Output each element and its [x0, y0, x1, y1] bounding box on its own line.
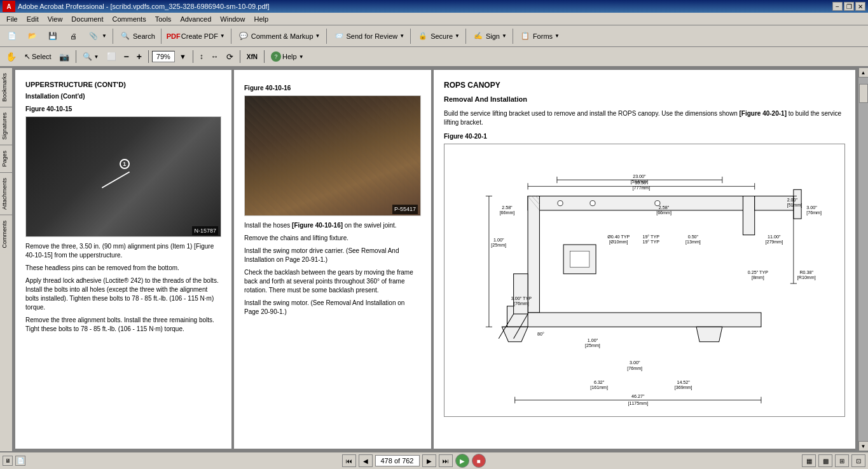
- section-title-left: UPPERSTRUCTURE (CONT'D): [25, 80, 221, 90]
- search-label: Search: [133, 32, 155, 40]
- separator7: [513, 29, 513, 44]
- zoom-out-icon: −: [124, 51, 129, 62]
- title-controls[interactable]: − ❐ ✕: [832, 2, 865, 11]
- view-grid2-button[interactable]: ▩: [818, 454, 832, 467]
- annotation-1: 1: [120, 159, 130, 169]
- svg-rect-1: [528, 196, 539, 313]
- app-title: Adobe Acrobat Professional - [scribd.vpd…: [18, 3, 270, 10]
- prev-page-button[interactable]: ◀: [359, 454, 373, 467]
- zoom-input[interactable]: [152, 51, 175, 62]
- menu-view[interactable]: View: [44, 14, 67, 24]
- view-grid4-button[interactable]: ⊡: [851, 454, 865, 467]
- sign-dropdown-icon: ▼: [502, 33, 507, 39]
- menu-help[interactable]: Help: [250, 14, 272, 24]
- para-m3: Install the swing motor drive carrier. (…: [244, 247, 421, 264]
- scroll-down-button[interactable]: ▼: [858, 441, 869, 451]
- menu-tools[interactable]: Tools: [151, 14, 176, 24]
- create-pdf-button[interactable]: PDF Create PDF ▼: [164, 28, 228, 44]
- svg-point-11: [590, 201, 595, 206]
- hand-tool-button[interactable]: ✋: [3, 48, 20, 65]
- next-page-button[interactable]: ▶: [422, 454, 436, 467]
- menu-comments[interactable]: Comments: [109, 14, 150, 24]
- para-4: Remove the three alignment bolts. Instal…: [25, 316, 221, 334]
- print-button[interactable]: 🖨: [64, 28, 83, 44]
- fig2-image: P-55417: [244, 95, 421, 216]
- svg-text:[161mm]: [161mm]: [590, 385, 608, 390]
- scroll-up-button[interactable]: ▲: [858, 67, 869, 78]
- save-button[interactable]: 💾: [43, 28, 62, 44]
- para-m4: Check the backlash between the gears by …: [244, 268, 421, 295]
- comments-tab[interactable]: Comments: [0, 215, 12, 254]
- new-button[interactable]: 📄: [3, 28, 22, 44]
- page-right: ROPS CANOPY Removal And Installation Bui…: [434, 70, 855, 449]
- svg-text:1.00": 1.00": [493, 238, 504, 243]
- first-page-button[interactable]: ⏮: [342, 454, 356, 467]
- paging-icon[interactable]: 📄: [15, 456, 25, 466]
- menu-file[interactable]: File: [3, 14, 22, 24]
- svg-text:0.25" TYP: 0.25" TYP: [748, 270, 768, 275]
- right-scrollbar[interactable]: ▲ ▼: [858, 67, 868, 451]
- fig3-diagram: .dim-line { stroke: #000; stroke-width: …: [444, 144, 845, 417]
- tb2-sep4: [240, 50, 240, 63]
- view-grid3-button[interactable]: ⊞: [835, 454, 849, 467]
- email-button[interactable]: 📎 ▼: [84, 28, 110, 44]
- pages-tab[interactable]: Pages: [0, 145, 12, 172]
- zoom-out-button[interactable]: −: [121, 48, 132, 65]
- open-button[interactable]: 📂: [23, 28, 42, 44]
- svg-marker-9: [696, 327, 722, 342]
- zoom-fit-button[interactable]: 🔍 ▼: [79, 48, 102, 65]
- zoom-in-button[interactable]: +: [134, 48, 145, 65]
- rotate-button[interactable]: ⟳: [223, 48, 237, 65]
- fit-width-icon: ↔: [211, 52, 219, 61]
- main-area: Bookmarks Signatures Pages Attachments C…: [0, 67, 868, 451]
- view-grid1-button[interactable]: ▦: [802, 454, 816, 467]
- title-left: A Adobe Acrobat Professional - [scribd.v…: [3, 1, 270, 12]
- zoom-dropdown-button[interactable]: ▼: [176, 48, 189, 65]
- select-tool-button[interactable]: ↖ Select: [21, 48, 55, 65]
- scroll-thumb[interactable]: [859, 84, 868, 103]
- bookmarks-tab[interactable]: Bookmarks: [0, 67, 12, 107]
- svg-text:46.27": 46.27": [631, 395, 645, 400]
- search-button[interactable]: 🔍 Search: [116, 28, 158, 44]
- help-dropdown-icon: ▼: [299, 54, 304, 60]
- svg-text:[369mm]: [369mm]: [675, 385, 692, 390]
- secure-button[interactable]: 🔒 Secure ▼: [413, 28, 463, 44]
- fig2-label: Figure 40-10-16: [244, 84, 421, 93]
- svg-text:19° TYP: 19° TYP: [642, 240, 659, 245]
- svg-text:[R10mm]: [R10mm]: [797, 275, 816, 280]
- send-review-dropdown-icon: ▼: [399, 33, 404, 39]
- zoom-marquee-button[interactable]: ⬜: [104, 48, 120, 65]
- menu-advanced[interactable]: Advanced: [176, 14, 215, 24]
- forms-label: Forms: [533, 32, 553, 40]
- menu-edit[interactable]: Edit: [23, 14, 43, 24]
- subsection-title-left: Installation (Cont'd): [25, 92, 221, 101]
- last-page-button[interactable]: ⏭: [439, 454, 453, 467]
- attachments-tab[interactable]: Attachments: [0, 172, 12, 215]
- save-icon: 💾: [46, 30, 59, 43]
- section-title-right: ROPS CANOPY: [444, 80, 845, 91]
- restore-button[interactable]: ❐: [844, 2, 854, 11]
- stop-button[interactable]: ■: [472, 454, 486, 468]
- signatures-tab[interactable]: Signatures: [0, 107, 12, 145]
- send-review-button[interactable]: 📨 Send for Review ▼: [329, 28, 408, 44]
- close-button[interactable]: ✕: [855, 2, 865, 11]
- play-button[interactable]: ▶: [455, 454, 469, 468]
- help-button[interactable]: ? Help ▼: [268, 48, 307, 65]
- menu-window[interactable]: Window: [216, 14, 249, 24]
- separator2: [161, 29, 162, 44]
- fit-page-icon: ↕: [200, 52, 203, 61]
- cursor-icon: ↖: [24, 52, 31, 61]
- fit-width-button[interactable]: ↔: [208, 48, 222, 65]
- minimize-button[interactable]: −: [832, 2, 843, 11]
- comment-markup-button[interactable]: 💬 Comment & Markup ▼: [234, 28, 324, 44]
- menu-document[interactable]: Document: [67, 14, 107, 24]
- adobe-xfn-button[interactable]: XfN: [244, 48, 261, 65]
- status-bar: 🖥 📄 ⏮ ◀ 478 of 762 ▶ ⏭ ▶ ■ ▦ ▩ ⊞ ⊡: [0, 451, 868, 469]
- forms-button[interactable]: 📋 Forms ▼: [516, 28, 563, 44]
- snapshot-button[interactable]: 📷: [56, 48, 72, 65]
- status-icon-left[interactable]: 🖥: [3, 456, 13, 466]
- svg-text:3.00" TYP: 3.00" TYP: [511, 296, 532, 301]
- fit-page-button[interactable]: ↕: [196, 48, 207, 65]
- sign-button[interactable]: ✍ Sign ▼: [469, 28, 510, 44]
- fig3-label: Figure 40-20-1: [444, 132, 845, 141]
